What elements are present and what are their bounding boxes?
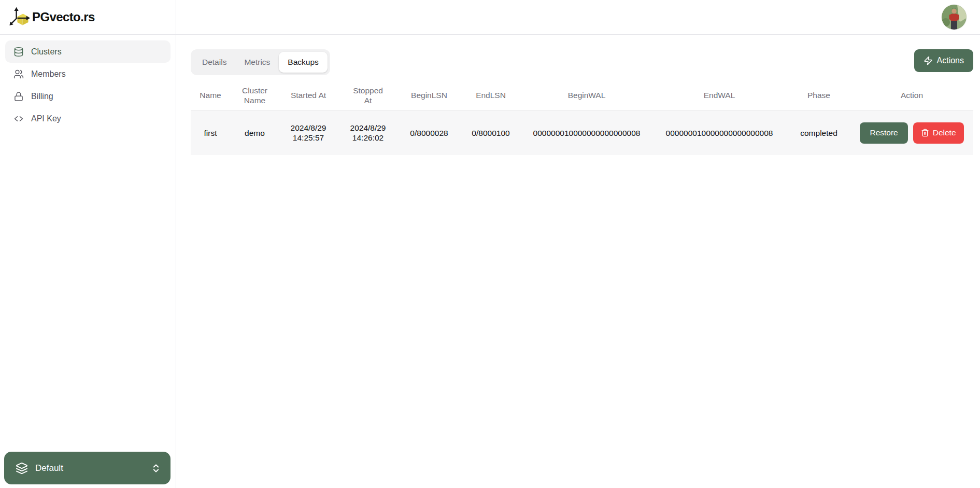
main-area: Details Metrics Backups Actions [176,0,980,488]
table-row: first demo 2024/8/29 14:25:57 2024/8/29 … [191,110,973,155]
col-header-begin-wal: BeginWAL [522,80,651,110]
sidebar-item-billing[interactable]: Billing [5,85,171,107]
col-header-action: Action [850,80,973,110]
cell-begin-wal: 000000010000000000000008 [522,110,651,155]
cell-stopped-at: 2024/8/29 14:26:02 [337,110,399,155]
pgvectors-logo-icon [8,6,31,29]
chevrons-up-down-icon [151,463,161,473]
tab-label: Metrics [244,58,270,67]
sidebar-item-label: Members [31,69,66,79]
sidebar-item-label: API Key [31,114,61,123]
col-header-end-wal: EndWAL [651,80,787,110]
sidebar-item-label: Clusters [31,47,62,57]
code-icon [13,114,24,124]
cell-end-wal: 000000010000000000000008 [651,110,787,155]
lightning-icon [924,56,933,65]
workspace-label: Default [35,463,151,473]
lock-icon [13,91,24,102]
users-icon [13,69,24,79]
layers-icon [16,462,28,475]
col-header-name: Name [191,80,230,110]
sidebar: PGvecto.rs Clusters [0,0,176,488]
tab-backups[interactable]: Backups [279,52,327,73]
avatar-photo [942,5,967,30]
top-bar [176,0,980,35]
cell-name: first [191,110,230,155]
logo[interactable]: PGvecto.rs [0,0,176,35]
toolbar-row: Details Metrics Backups Actions [191,49,973,75]
restore-button-label: Restore [870,128,898,137]
table-header-row: Name Cluster Name Started At Stopped At … [191,80,973,110]
delete-button-label: Delete [933,128,956,137]
col-header-cluster-name: Cluster Name [230,80,279,110]
sidebar-item-members[interactable]: Members [5,63,171,85]
user-avatar[interactable] [942,5,967,30]
cell-cluster-name: demo [230,110,279,155]
cell-end-lsn: 0/8000100 [460,110,522,155]
cluster-tabs: Details Metrics Backups [191,49,330,75]
tab-metrics[interactable]: Metrics [235,52,279,73]
cell-action: Restore Delete [850,110,973,155]
actions-button-label: Actions [937,56,964,65]
col-header-started-at: Started At [279,80,337,110]
restore-button[interactable]: Restore [860,122,907,144]
col-header-begin-lsn: BeginLSN [399,80,460,110]
workspace-selector[interactable]: Default [4,452,171,484]
delete-button[interactable]: Delete [913,122,964,144]
col-header-phase: Phase [787,80,850,110]
sidebar-item-api-key[interactable]: API Key [5,107,171,130]
cell-begin-lsn: 0/8000028 [399,110,460,155]
database-icon [13,47,24,57]
sidebar-nav: Clusters Members [0,35,176,135]
tab-label: Backups [288,58,318,67]
cluster-backups-page: Details Metrics Backups Actions [176,35,980,488]
tab-label: Details [202,58,226,67]
brand-name: PGvecto.rs [32,10,95,24]
tab-details[interactable]: Details [193,52,235,73]
sidebar-item-label: Billing [31,92,53,101]
trash-icon [921,129,929,137]
col-header-end-lsn: EndLSN [460,80,522,110]
backups-table: Name Cluster Name Started At Stopped At … [191,80,973,155]
sidebar-item-clusters[interactable]: Clusters [5,40,171,63]
cell-started-at: 2024/8/29 14:25:57 [279,110,337,155]
app-window: PGvecto.rs Clusters [0,0,980,488]
cell-phase: completed [787,110,850,155]
actions-button[interactable]: Actions [914,49,973,72]
col-header-stopped-at: Stopped At [337,80,399,110]
